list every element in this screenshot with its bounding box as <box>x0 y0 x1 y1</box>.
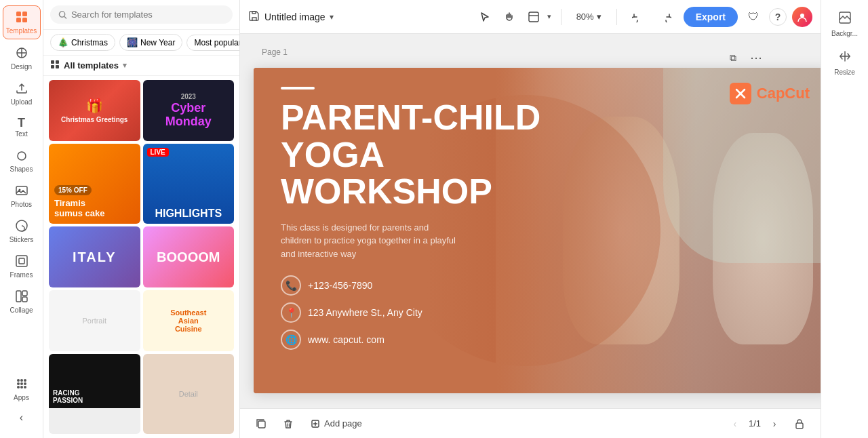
layout-chevron[interactable]: ▾ <box>547 12 551 21</box>
collapse-icon: ‹ <box>20 412 23 423</box>
grid-icon <box>50 60 60 71</box>
layout-tool-btn[interactable] <box>523 6 545 28</box>
yoga-line-decoration <box>281 87 315 89</box>
template-card-food2[interactable]: SoutheastAsianCuisine <box>143 290 235 351</box>
right-panel-background[interactable]: Backgr... <box>824 5 866 43</box>
frames-icon <box>15 254 28 270</box>
svg-rect-25 <box>51 65 54 68</box>
text-label: Text <box>15 130 27 138</box>
zoom-level: 80% <box>576 12 594 22</box>
sidebar-item-templates[interactable]: Templates <box>3 5 41 39</box>
pointer-tool-btn[interactable] <box>474 6 496 28</box>
svg-point-17 <box>20 382 23 385</box>
template-grid: 🎁 Christmas Greetings 2023 CyberMonday 1… <box>43 76 239 438</box>
new-year-filter[interactable]: 🎆 New Year <box>119 34 182 51</box>
right-panel-resize[interactable]: Resize <box>824 44 866 81</box>
svg-rect-28 <box>529 12 538 22</box>
racing-title: RACINGPASSION <box>53 389 136 404</box>
search-input[interactable] <box>71 9 224 20</box>
export-button[interactable]: Export <box>684 7 738 27</box>
shield-btn[interactable]: 🛡 <box>743 7 764 27</box>
toolbar-divider-1 <box>561 9 561 25</box>
resize-panel-icon <box>838 49 852 66</box>
template-card-portrait[interactable]: Portrait <box>49 290 140 351</box>
capcut-x-icon <box>730 83 751 104</box>
svg-rect-12 <box>22 297 27 302</box>
sidebar-item-photos[interactable]: Photos <box>3 180 41 212</box>
sidebar-item-stickers[interactable]: Stickers <box>3 215 41 247</box>
sidebar-item-apps[interactable]: Apps <box>3 373 41 405</box>
christmas-filter[interactable]: 🎄 Christmas <box>50 34 115 51</box>
copy-page-btn[interactable] <box>251 414 271 434</box>
template-card-boom[interactable]: BOOOOM <box>143 226 235 287</box>
sidebar-item-text[interactable]: T Text <box>3 113 41 142</box>
templates-icon <box>15 10 28 26</box>
template-card-tiramisu[interactable]: 15% OFF Tiramissumus cake <box>49 144 140 224</box>
next-page-btn[interactable]: › <box>766 416 783 432</box>
collage-label: Collage <box>10 306 33 314</box>
most-popular-filter[interactable]: Most popular <box>186 35 240 51</box>
canvas-wrapper: PARENT-CHILDYOGAWORKSHOP This class is d… <box>254 68 821 393</box>
help-btn[interactable]: ? <box>769 8 787 26</box>
sidebar-item-frames[interactable]: Frames <box>3 250 41 283</box>
svg-rect-23 <box>51 60 54 64</box>
add-page-button[interactable]: Add page <box>305 416 368 431</box>
canvas-page-actions: ⧉ ⋯ <box>723 47 766 68</box>
christmas-label: Christmas <box>71 38 108 47</box>
sidebar-item-collage[interactable]: Collage <box>3 285 41 318</box>
yoga-canvas[interactable]: PARENT-CHILDYOGAWORKSHOP This class is d… <box>254 68 821 393</box>
avatar <box>792 7 812 27</box>
page-more-btn[interactable]: ⋯ <box>746 47 766 68</box>
phone-text: +123-456-7890 <box>308 280 372 291</box>
svg-point-18 <box>24 382 26 385</box>
new-year-icon: 🎆 <box>127 37 138 47</box>
template-card-soccer[interactable]: LIVE HIGHLIGHTS <box>143 144 235 224</box>
doc-title-chevron[interactable]: ▾ <box>330 12 334 22</box>
sidebar-item-upload[interactable]: Upload <box>3 77 41 110</box>
undo-btn[interactable] <box>627 6 648 28</box>
christmas-icon: 🎄 <box>58 37 68 47</box>
frames-label: Frames <box>10 271 33 279</box>
zoom-chevron: ▾ <box>597 12 601 22</box>
stickers-icon <box>15 219 28 235</box>
toolbar-divider-2 <box>616 9 617 25</box>
template-card-racing[interactable]: RACINGPASSION <box>49 354 140 434</box>
upload-label: Upload <box>11 98 33 106</box>
stickers-label: Stickers <box>9 236 34 243</box>
cyber-year: 2023 <box>181 93 196 100</box>
search-input-wrap[interactable] <box>50 5 233 24</box>
design-icon <box>15 46 28 62</box>
svg-point-5 <box>18 152 26 160</box>
template-card-cyber[interactable]: 2023 CyberMonday <box>143 80 235 141</box>
svg-point-16 <box>17 382 20 385</box>
template-card-hand[interactable]: Detail <box>143 354 235 434</box>
templates-label: Templates <box>6 27 37 35</box>
redo-btn[interactable] <box>655 6 677 28</box>
page-options-btn[interactable]: ⧉ <box>723 47 743 68</box>
all-templates-button[interactable]: All templates ▾ <box>50 60 127 71</box>
lock-btn[interactable] <box>789 414 810 434</box>
prev-page-btn[interactable]: ‹ <box>727 416 743 432</box>
template-card-christmas[interactable]: 🎁 Christmas Greetings <box>49 80 140 141</box>
delete-page-btn[interactable] <box>278 414 298 434</box>
most-popular-label: Most popular <box>194 38 240 47</box>
page-counter: 1/1 <box>749 418 761 429</box>
address-text: 123 Anywhere St., Any City <box>308 307 422 318</box>
search-icon <box>58 10 67 20</box>
svg-rect-10 <box>16 291 21 302</box>
templates-panel: 🎄 Christmas 🎆 New Year Most popular All … <box>43 0 240 438</box>
svg-point-29 <box>800 14 804 18</box>
top-bar-right: Export 🛡 ? <box>684 7 812 27</box>
design-label: Design <box>11 63 32 71</box>
hand-tool-btn[interactable] <box>498 6 520 28</box>
yoga-website: 🌐 www. capcut. com <box>281 330 606 350</box>
zoom-control[interactable]: 80% ▾ <box>571 9 607 24</box>
sidebar-item-design[interactable]: Design <box>3 42 41 75</box>
sidebar-collapse-btn[interactable]: ‹ <box>3 408 41 427</box>
yoga-title: PARENT-CHILDYOGAWORKSHOP <box>281 99 606 210</box>
all-templates-row: All templates ▾ <box>43 56 239 76</box>
search-bar <box>43 0 239 30</box>
web-icon: 🌐 <box>281 330 301 350</box>
sidebar-item-shapes[interactable]: Shapes <box>3 144 41 177</box>
template-card-italy[interactable]: ITALY <box>49 226 140 287</box>
